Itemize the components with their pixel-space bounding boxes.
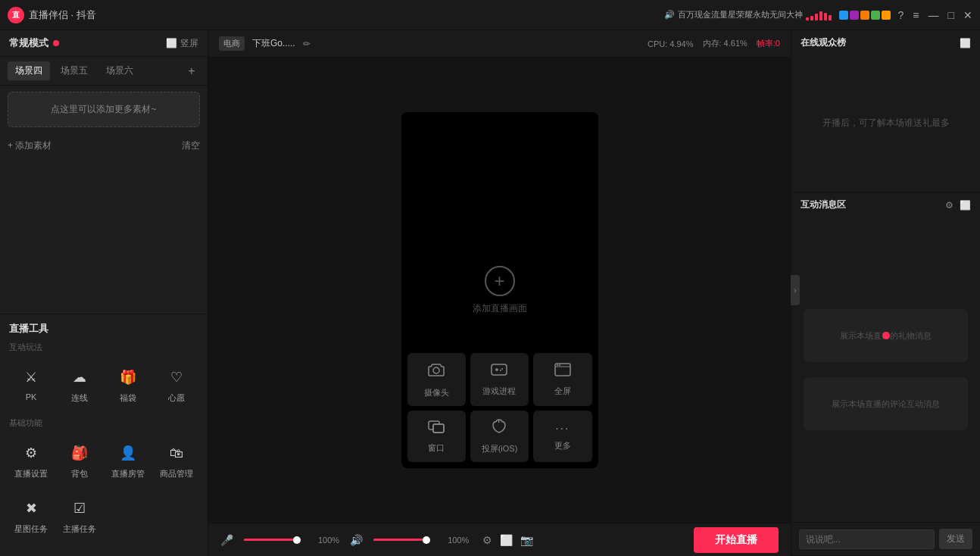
- edit-title-icon[interactable]: ✏: [303, 39, 311, 49]
- source-window[interactable]: 窗口: [407, 411, 466, 462]
- tool-host-task[interactable]: ☑ 主播任务: [58, 490, 101, 541]
- window-icon: [427, 419, 445, 438]
- pk-label: PK: [26, 392, 37, 401]
- expand-audience-icon[interactable]: ⬜: [960, 38, 971, 48]
- message-settings-icon[interactable]: ⚙: [945, 200, 953, 211]
- mode-dot: [53, 40, 59, 46]
- start-live-button[interactable]: 开始直播: [694, 527, 779, 553]
- add-material-button[interactable]: + 添加素材: [8, 139, 51, 152]
- material-area: 点这里可以添加更多素材~ + 添加素材 清空: [0, 86, 208, 314]
- center-topbar: 电商 下班Go..... ✏ CPU: 4.94% 内存: 4.61% 帧率:0: [208, 30, 791, 58]
- equalizer-icon[interactable]: ⚙: [482, 534, 492, 546]
- ios-icon: [491, 418, 507, 439]
- center-stats: CPU: 4.94% 内存: 4.61% 帧率:0: [648, 38, 780, 49]
- restore-button[interactable]: □: [948, 9, 954, 21]
- live-settings-label: 直播设置: [14, 468, 48, 479]
- message-header: 互动消息区 ⚙ ⬜: [791, 192, 980, 217]
- source-game[interactable]: 游戏进程: [470, 353, 529, 406]
- audience-icons: ⬜: [960, 38, 971, 48]
- connect-label: 连线: [71, 392, 88, 404]
- tool-wish[interactable]: ♡ 心愿: [154, 359, 198, 410]
- message-input-area: 发送: [791, 522, 980, 555]
- message-title: 互动消息区: [801, 198, 846, 211]
- tool-lucky-bag[interactable]: 🎁 福袋: [106, 359, 150, 410]
- logo-icon: 直: [8, 7, 24, 23]
- expand-message-icon[interactable]: ⬜: [960, 200, 971, 211]
- scene-tab-5[interactable]: 场景五: [53, 61, 95, 80]
- add-scene-center[interactable]: + 添加直播画面: [473, 266, 527, 315]
- record-icon[interactable]: ⬜: [500, 534, 513, 546]
- svg-point-9: [559, 364, 560, 366]
- host-task-icon: ☑: [67, 496, 92, 520]
- tool-product-mgmt[interactable]: 🛍 商品管理: [154, 435, 198, 486]
- source-fullscreen[interactable]: 全屏: [533, 353, 591, 406]
- menu-button[interactable]: ≡: [913, 9, 919, 21]
- audience-title: 在线观众榜: [801, 36, 846, 49]
- star-task-label: 星图任务: [14, 523, 48, 535]
- message-content: 展示本场直播的礼物消息 展示本场直播的评论互动消息: [791, 217, 980, 522]
- vertical-mode-btn[interactable]: ⬜ 竖屏: [166, 37, 198, 50]
- cpu-stat: CPU: 4.94%: [648, 39, 694, 48]
- svg-point-8: [557, 364, 558, 366]
- product-mgmt-icon: 🛍: [164, 441, 189, 465]
- mode-header: 常规模式 ⬜ 竖屏: [0, 30, 208, 57]
- tool-backpack[interactable]: 🎒 背包: [58, 435, 101, 486]
- tool-star-task[interactable]: ✖ 星图任务: [9, 490, 53, 541]
- camera-label: 摄像头: [424, 387, 449, 398]
- connect-icon: ☁: [67, 365, 92, 389]
- source-camera[interactable]: 摄像头: [407, 353, 466, 406]
- minimize-button[interactable]: —: [929, 9, 939, 21]
- lucky-bag-label: 福袋: [120, 392, 136, 404]
- message-icons: ⚙ ⬜: [945, 200, 971, 211]
- mode-title: 常规模式: [9, 36, 59, 50]
- help-button[interactable]: ?: [898, 9, 904, 21]
- wish-icon: ♡: [164, 365, 189, 389]
- send-button[interactable]: 发送: [939, 529, 972, 549]
- basic-tools-grid: ⚙ 直播设置 🎒 背包 👤 直播房管 🛍 商品管理 ✖ 星图任务: [9, 435, 198, 541]
- speaker-vol-text: 100%: [448, 536, 469, 545]
- screenshot-icon[interactable]: 📷: [520, 534, 533, 546]
- color-blocks: [839, 11, 891, 20]
- mic-volume-slider[interactable]: [244, 539, 304, 541]
- window-label: 窗口: [428, 442, 445, 454]
- source-ios[interactable]: 投屏(iOS): [470, 411, 529, 462]
- room-manager-label: 直播房管: [111, 468, 145, 479]
- window-controls: ? ≡ — □ ✕: [898, 9, 972, 21]
- right-panel: 在线观众榜 ⬜ 开播后，可了解本场谁送礼最多 互动消息区 ⚙ ⬜ 展示本场直播的…: [791, 30, 980, 556]
- audience-empty-msg: 开播后，可了解本场谁送礼最多: [822, 115, 950, 132]
- svg-point-0: [433, 367, 439, 373]
- add-scene-button[interactable]: +: [183, 63, 200, 80]
- tool-pk[interactable]: ⚔ PK: [9, 359, 53, 410]
- shop-tag: 电商: [219, 36, 245, 51]
- svg-point-5: [500, 370, 501, 371]
- stream-title: 下班Go.....: [252, 37, 295, 50]
- tool-connect[interactable]: ☁ 连线: [58, 359, 101, 410]
- tool-room-manager[interactable]: 👤 直播房管: [106, 435, 150, 486]
- app-title: 直播伴侣 · 抖音: [29, 8, 96, 22]
- close-button[interactable]: ✕: [963, 9, 972, 21]
- mode-label: 常规模式: [9, 36, 48, 50]
- bottom-settings-icons: ⚙ ⬜ 📷: [482, 534, 533, 546]
- live-settings-icon: ⚙: [19, 441, 43, 465]
- interactive-tools-grid: ⚔ PK ☁ 连线 🎁 福袋 ♡ 心愿: [9, 359, 198, 410]
- comment-msg-text: 展示本场直播的评论互动消息: [832, 398, 940, 410]
- host-task-label: 主播任务: [63, 523, 96, 535]
- mic-icon: 🎤: [220, 534, 233, 546]
- add-material-hint[interactable]: 点这里可以添加更多素材~: [8, 92, 200, 127]
- source-more[interactable]: ··· 更多: [533, 411, 591, 462]
- scene-tab-6[interactable]: 场景六: [98, 61, 141, 80]
- material-toolbar: + 添加素材 清空: [8, 135, 200, 157]
- mem-stat: 内存: 4.61%: [703, 38, 747, 49]
- collapse-button[interactable]: ›: [791, 275, 800, 305]
- add-scene-label: 添加直播画面: [473, 302, 527, 315]
- audience-section: 在线观众榜 ⬜ 开播后，可了解本场谁送礼最多: [791, 30, 980, 192]
- more-label: 更多: [554, 440, 571, 451]
- clear-material-button[interactable]: 清空: [182, 139, 200, 152]
- audience-header: 在线观众榜 ⬜: [791, 30, 980, 55]
- titlebar: 直 直播伴侣 · 抖音 🔊 百万现金流量星荣耀永劫无间大神 ? ≡ — □ ✕: [0, 0, 980, 30]
- message-input[interactable]: [799, 529, 935, 549]
- tool-live-settings[interactable]: ⚙ 直播设置: [9, 435, 53, 486]
- speaker-volume-slider[interactable]: [373, 539, 434, 541]
- interactive-label: 互动玩法: [9, 342, 198, 353]
- scene-tab-4[interactable]: 场景四: [8, 61, 50, 80]
